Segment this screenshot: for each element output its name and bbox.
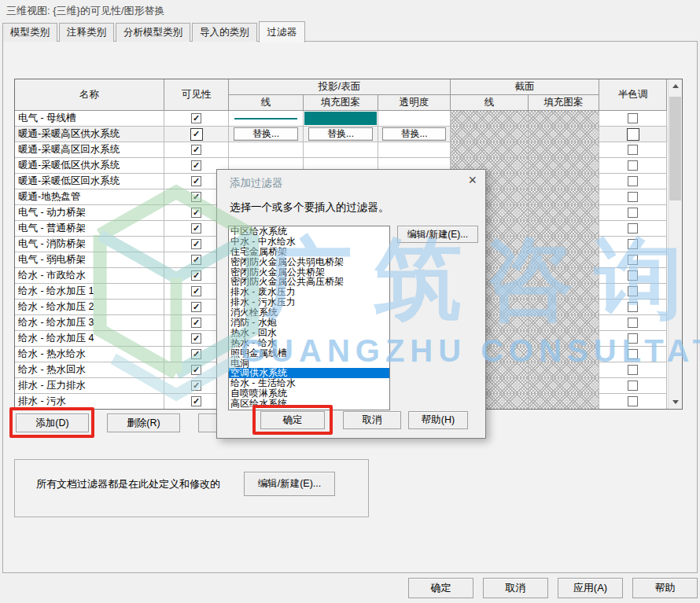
filter-name-cell[interactable]: 给水 - 热水回水 (15, 362, 164, 378)
visibility-checkbox[interactable]: ✓ (191, 255, 201, 265)
halftone-checkbox[interactable] (628, 349, 638, 359)
tab-item[interactable]: 模型类别 (2, 23, 57, 42)
visibility-checkbox[interactable]: ✓ (191, 192, 201, 202)
visibility-checkbox[interactable]: ✓ (191, 160, 201, 171)
filter-list-item[interactable]: 密闭防火金属公共弱电桥架 (229, 257, 389, 267)
visibility-checkbox[interactable]: ✓ (191, 318, 201, 328)
visibility-checkbox[interactable]: ✓ (191, 223, 201, 233)
transparency-cell[interactable] (378, 111, 451, 127)
override-patterns-button[interactable]: 替换... (308, 127, 374, 141)
halftone-checkbox[interactable] (628, 223, 638, 233)
halftone-checkbox[interactable] (628, 208, 638, 218)
projection-lines-cell[interactable] (229, 111, 304, 127)
halftone-checkbox[interactable] (628, 255, 638, 265)
visibility-checkbox[interactable]: ✓ (191, 349, 201, 359)
visibility-checkbox[interactable]: ✓ (191, 145, 201, 155)
override-transparency-button[interactable]: 替换... (382, 127, 445, 141)
visibility-checkbox[interactable]: ✓ (191, 302, 201, 312)
filter-name-cell[interactable]: 排水 - 压力排水 (15, 378, 164, 394)
visibility-checkbox[interactable]: ✓ (191, 286, 201, 296)
halftone-checkbox[interactable] (628, 270, 638, 281)
filter-name-cell[interactable]: 暖通-采暖高区回水系统 (15, 142, 164, 158)
filter-list-item[interactable]: 中水 - 中水给水 (229, 237, 389, 247)
filter-list-item[interactable]: 热水 - 给水 (229, 338, 389, 348)
filter-name-cell[interactable]: 电气 - 动力桥架 (15, 205, 164, 221)
scrollbar-thumb[interactable] (669, 97, 681, 200)
filter-name-cell[interactable]: 给水 - 给水加压 3 (15, 315, 164, 331)
visibility-checkbox[interactable]: ✓ (191, 396, 201, 406)
ok-button[interactable]: 确定 (408, 578, 473, 598)
apply-button[interactable]: 应用(A) (558, 578, 623, 598)
halftone-checkbox[interactable] (628, 302, 638, 312)
halftone-checkbox[interactable] (628, 192, 638, 202)
halftone-checkbox[interactable] (628, 318, 638, 328)
dialog-edit-new-button[interactable]: 编辑/新建(E)... (397, 226, 478, 243)
close-icon[interactable]: × (468, 173, 477, 187)
halftone-checkbox[interactable] (628, 365, 638, 375)
filter-name-cell[interactable]: 给水 - 市政给水 (15, 268, 164, 284)
filter-name-cell[interactable]: 给水 - 给水加压 4 (15, 331, 164, 347)
scroll-up-button[interactable] (669, 79, 682, 93)
visibility-checkbox[interactable]: ✓ (191, 381, 201, 391)
filter-name-cell[interactable]: 电气 - 母线槽 (15, 111, 164, 127)
filter-list-item[interactable]: 高区给水系统 (229, 399, 389, 409)
filter-list-item[interactable]: 中区给水系统 (229, 226, 389, 237)
filter-name-cell[interactable]: 电气 - 弱电桥架 (15, 252, 164, 268)
halftone-checkbox[interactable] (628, 145, 638, 155)
filter-name-cell[interactable]: 暖通-采暖低区回水系统 (15, 174, 164, 189)
transparency-cell[interactable] (378, 142, 451, 158)
add-filter-button[interactable]: 添加(D) (16, 414, 89, 432)
edit-new-filters-button[interactable]: 编辑/新建(E)... (244, 472, 335, 496)
visibility-checkbox[interactable]: ✓ (190, 128, 203, 141)
projection-patterns-cell[interactable] (304, 111, 378, 127)
halftone-checkbox[interactable] (628, 160, 638, 171)
tab-item[interactable]: 导入的类别 (192, 23, 257, 42)
override-lines-button[interactable]: 替换... (234, 127, 299, 141)
filter-name-cell[interactable]: 电气 - 普通桥架 (15, 221, 164, 237)
tab-item[interactable]: 分析模型类别 (116, 23, 190, 42)
halftone-checkbox[interactable] (628, 396, 638, 406)
filter-listbox[interactable]: 中区给水系统中水 - 中水给水住宅金属桥架密闭防火金属公共弱电桥架密闭防火金属公… (228, 226, 390, 410)
projection-lines-cell[interactable]: 替换... (229, 127, 304, 142)
filter-name-cell[interactable]: 暖通-采暖低区供水系统 (15, 158, 164, 174)
projection-patterns-cell[interactable] (304, 142, 378, 158)
halftone-checkbox[interactable] (628, 239, 638, 249)
filter-name-cell[interactable]: 给水 - 给水加压 1 (15, 284, 164, 300)
projection-patterns-cell[interactable]: 替换... (304, 127, 378, 142)
table-vertical-scrollbar[interactable] (668, 79, 682, 409)
halftone-checkbox[interactable] (628, 176, 638, 186)
filter-name-cell[interactable]: 暖通-采暖高区供水系统 (15, 127, 164, 142)
delete-filter-button[interactable]: 删除(R) (107, 414, 180, 432)
visibility-checkbox[interactable]: ✓ (191, 239, 201, 249)
filter-name-cell[interactable]: 电气 - 消防桥架 (15, 237, 164, 252)
visibility-checkbox[interactable]: ✓ (191, 333, 201, 344)
filter-list-item[interactable]: 消防 - 水炮 (229, 318, 389, 328)
filter-list-item[interactable]: 热水 - 回水 (229, 328, 389, 338)
scroll-down-button[interactable] (669, 395, 682, 409)
tab-filters-active[interactable]: 过滤器 (259, 21, 306, 42)
visibility-checkbox[interactable]: ✓ (191, 270, 201, 281)
halftone-checkbox[interactable] (628, 113, 638, 123)
visibility-checkbox[interactable]: ✓ (191, 176, 201, 186)
halftone-checkbox[interactable] (628, 381, 638, 391)
visibility-checkbox[interactable]: ✓ (191, 113, 201, 123)
help-button[interactable]: 帮助 (632, 578, 698, 598)
halftone-checkbox[interactable] (628, 333, 638, 344)
filter-name-cell[interactable]: 给水 - 热水给水 (15, 347, 164, 362)
halftone-checkbox[interactable] (628, 286, 638, 296)
filter-list-item[interactable]: 住宅金属桥架 (229, 247, 389, 257)
halftone-checkbox[interactable] (627, 128, 639, 141)
tab-item[interactable]: 注释类别 (59, 23, 114, 42)
filter-name-cell[interactable]: 排水 - 污水 (15, 394, 164, 409)
dialog-help-button[interactable]: 帮助(H) (408, 411, 468, 429)
filter-name-cell[interactable]: 给水 - 给水加压 2 (15, 300, 164, 315)
filter-list-item[interactable]: 照明金属线槽 (229, 348, 389, 358)
projection-lines-cell[interactable] (229, 142, 304, 158)
transparency-cell[interactable]: 替换... (378, 127, 451, 142)
dialog-cancel-button[interactable]: 取消 (343, 411, 401, 429)
cancel-button[interactable]: 取消 (483, 578, 548, 598)
visibility-checkbox[interactable]: ✓ (191, 208, 201, 218)
visibility-checkbox[interactable]: ✓ (191, 365, 201, 375)
dialog-ok-button[interactable]: 确定 (260, 411, 325, 429)
filter-name-cell[interactable]: 暖通-地热盘管 (15, 189, 164, 205)
